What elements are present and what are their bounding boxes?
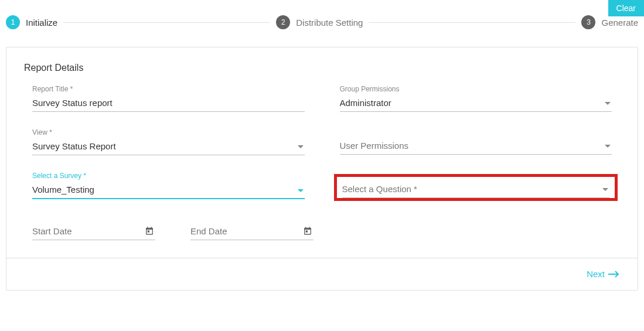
- select-question-select[interactable]: Select a Question *: [342, 182, 610, 198]
- wizard-stepper: 1 Initialize 2 Distribute Setting 3 Gene…: [0, 0, 644, 41]
- start-date-input[interactable]: [32, 224, 155, 240]
- stepper-line: [63, 22, 270, 23]
- stepper-line: [369, 22, 575, 23]
- arrow-right-icon: [608, 271, 620, 278]
- select-survey-label: Select a Survey *: [32, 172, 305, 180]
- view-label: View *: [32, 128, 305, 137]
- step-circle: 1: [6, 15, 20, 29]
- view-value[interactable]: [32, 139, 305, 155]
- calendar-icon[interactable]: [145, 226, 154, 236]
- form-body: Report Title * Group Permissions View *: [6, 79, 638, 258]
- report-title-label: Report Title *: [32, 85, 305, 93]
- group-permissions-select[interactable]: [340, 95, 612, 112]
- select-survey-value[interactable]: [32, 182, 305, 199]
- step-generate[interactable]: 3 Generate: [581, 15, 638, 29]
- group-permissions-label: Group Permissions: [340, 85, 612, 93]
- view-select[interactable]: [32, 139, 305, 155]
- step-initialize[interactable]: 1 Initialize: [6, 15, 57, 29]
- report-details-card: Report Details Report Title * Group Perm…: [6, 47, 638, 291]
- clear-button[interactable]: Clear: [608, 0, 644, 16]
- step-circle: 3: [581, 15, 595, 29]
- step-circle: 2: [276, 15, 290, 29]
- next-button[interactable]: Next: [587, 269, 620, 279]
- next-label: Next: [587, 269, 605, 279]
- user-permissions-select[interactable]: User Permissions: [340, 138, 612, 155]
- step-label: Generate: [601, 18, 638, 28]
- card-title: Report Details: [6, 47, 638, 79]
- step-label: Distribute Setting: [296, 18, 363, 28]
- select-question-placeholder: Select a Question *: [342, 182, 610, 198]
- report-title-input[interactable]: [32, 95, 305, 112]
- step-label: Initialize: [26, 18, 57, 28]
- select-survey-select[interactable]: [32, 182, 305, 199]
- step-distribute[interactable]: 2 Distribute Setting: [276, 15, 363, 29]
- group-permissions-value[interactable]: [340, 95, 612, 112]
- card-footer: Next: [6, 258, 638, 290]
- calendar-icon[interactable]: [303, 226, 312, 236]
- user-permissions-placeholder: User Permissions: [340, 138, 612, 155]
- end-date-input[interactable]: [190, 224, 314, 240]
